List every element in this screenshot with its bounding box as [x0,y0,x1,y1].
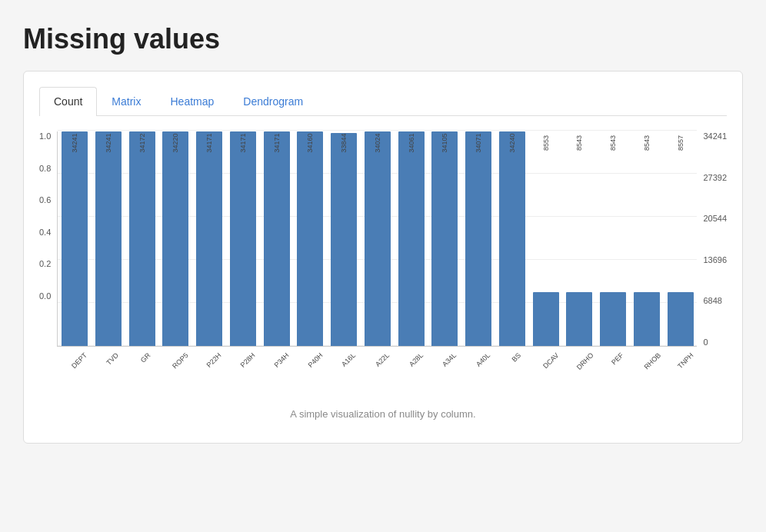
bar-value-label: 8553 [542,135,550,151]
bar [331,133,357,346]
bar [533,292,559,346]
y-right-label: 34241 [703,131,727,141]
y-axis-left: 1.00.80.60.40.20.0 [39,131,57,347]
y-right-label: 20544 [703,214,727,223]
x-labels-row: DEPTTVDGRROP5P22HP28HP34HP40HA16LA22LA28… [57,347,697,393]
bar-value-label: 34160 [306,133,314,152]
bar [129,131,155,346]
bar-group: 34160 [294,131,328,346]
bar-value-label: 34061 [408,133,415,152]
bar-value-label: 34241 [71,133,78,152]
bar-group: 8543 [630,131,664,346]
bar-value-label: 8543 [643,135,651,151]
bar [634,292,660,346]
tab-count[interactable]: Count [39,87,97,116]
bar-value-label: 34105 [441,133,448,152]
bar-group: 34240 [495,131,529,346]
bar-chart: 3424134241341723422034171341713417134160… [57,131,697,347]
bar-value-label: 34171 [273,133,281,152]
bar-group: 33844 [327,131,361,346]
bar-value-label: 34171 [239,133,247,152]
bar [162,131,188,346]
bar [431,131,458,346]
y-right-label: 13696 [703,255,727,264]
bar-value-label: 8543 [609,135,617,151]
bar [499,131,525,346]
bar-value-label: 34171 [205,133,213,152]
tab-matrix[interactable]: Matrix [97,87,155,115]
bar-group: 34105 [428,131,462,346]
bar-value-label: 8557 [677,135,684,151]
bar [62,131,88,346]
y-left-label: 0.6 [39,195,51,204]
bar-value-label: 34024 [374,133,381,152]
bar-group: 34241 [58,131,92,346]
bar-value-label: 34241 [105,133,112,152]
main-card: Count Matrix Heatmap Dendrogram 1.00.80.… [23,71,743,444]
tab-heatmap[interactable]: Heatmap [155,87,228,115]
chart-inner: 3424134241341723422034171341713417134160… [57,131,697,393]
chart-wrapper: 1.00.80.60.40.20.0 342413424134172342203… [39,131,727,393]
bar-value-label: 34240 [508,133,516,152]
bar [95,131,122,346]
bar-group: 34171 [260,131,294,346]
bar [297,131,323,346]
bar [600,292,626,346]
bar [264,131,290,346]
bar-value-label: 34071 [475,133,482,152]
tab-dendrogram[interactable]: Dendrogram [228,87,318,115]
bar [566,292,592,346]
bar-group: 34241 [92,131,125,346]
y-right-label: 27392 [703,173,727,182]
y-right-label: 6848 [703,296,721,305]
y-left-label: 1.0 [39,131,51,141]
bar-group: 34171 [226,131,260,346]
bar [365,131,391,346]
bar-group: 34024 [361,131,395,346]
bar [196,131,222,346]
tab-bar: Count Matrix Heatmap Dendrogram [39,87,727,116]
bar-group: 34220 [159,131,193,346]
y-left-label: 0.8 [39,164,51,173]
y-left-label: 0.2 [39,259,51,268]
bar-group: 34172 [125,131,159,346]
bar-value-label: 34172 [138,133,146,152]
bar-group: 34171 [192,131,226,346]
bar [398,131,425,346]
bar-group: 8543 [563,131,597,346]
chart-subtitle: A simple visualization of nullity by col… [39,408,727,420]
bar-value-label: 34220 [172,133,179,152]
bar-group: 34061 [395,131,428,346]
bar-x-label: TNPH [676,351,719,394]
page-title: Missing values [23,23,743,55]
y-left-label: 0.4 [39,228,51,237]
y-axis-right: 3424127392205441369668480 [697,131,727,347]
y-right-label: 0 [703,337,708,347]
bar-group: 34071 [461,131,495,346]
bar-value-label: 8543 [575,135,583,151]
bar-group: 8553 [529,131,563,346]
grid-line [58,130,697,131]
bar [668,292,694,346]
bar-value-label: 33844 [340,133,348,152]
bar-group: 8557 [664,131,698,346]
x-label-cell: DEPT [57,347,91,393]
y-left-label: 0.0 [39,291,51,301]
bar-group: 8543 [596,131,630,346]
bar [230,131,256,346]
bar [465,131,491,346]
